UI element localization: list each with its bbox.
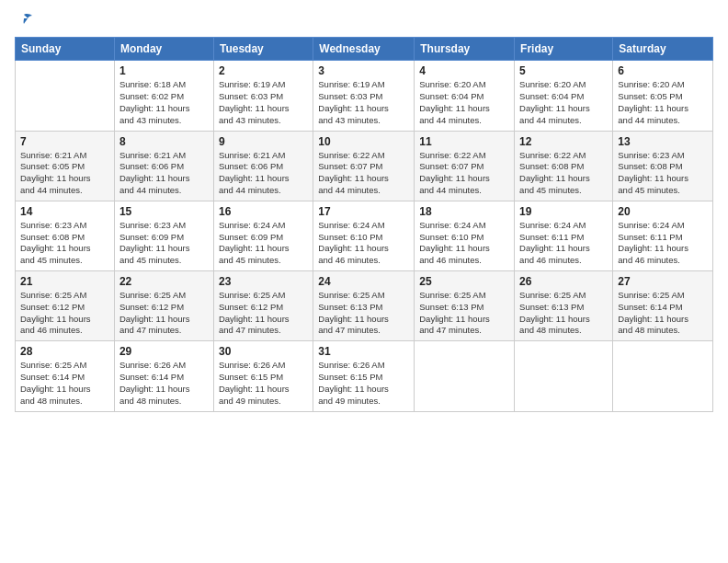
table-row [16,61,115,131]
cell-date: 23 [219,275,308,288]
cell-info: Sunrise: 6:23 AM Sunset: 6:09 PM Dayligh… [119,220,209,267]
cell-date: 15 [119,205,209,218]
cell-info: Sunrise: 6:19 AM Sunset: 6:03 PM Dayligh… [219,79,308,126]
cell-date: 24 [318,275,409,288]
table-row: 28Sunrise: 6:25 AM Sunset: 6:14 PM Dayli… [16,341,115,411]
cell-info: Sunrise: 6:21 AM Sunset: 6:05 PM Dayligh… [20,150,109,197]
weekday-header-wednesday: Wednesday [313,38,415,61]
calendar-week-row: 28Sunrise: 6:25 AM Sunset: 6:14 PM Dayli… [16,341,713,411]
cell-date: 1 [119,64,209,77]
table-row: 1Sunrise: 6:18 AM Sunset: 6:02 PM Daylig… [114,61,213,131]
table-row: 20Sunrise: 6:24 AM Sunset: 6:11 PM Dayli… [613,201,713,270]
table-row: 3Sunrise: 6:19 AM Sunset: 6:03 PM Daylig… [313,61,415,131]
table-row: 7Sunrise: 6:21 AM Sunset: 6:05 PM Daylig… [16,131,115,201]
table-row: 27Sunrise: 6:25 AM Sunset: 6:14 PM Dayli… [613,271,713,341]
cell-info: Sunrise: 6:22 AM Sunset: 6:07 PM Dayligh… [318,150,409,197]
cell-info: Sunrise: 6:19 AM Sunset: 6:03 PM Dayligh… [318,79,409,126]
cell-info: Sunrise: 6:23 AM Sunset: 6:08 PM Dayligh… [20,220,109,267]
table-row: 14Sunrise: 6:23 AM Sunset: 6:08 PM Dayli… [16,201,115,270]
cell-date: 22 [119,275,209,288]
cell-info: Sunrise: 6:25 AM Sunset: 6:13 PM Dayligh… [419,290,509,337]
cell-date: 9 [219,135,308,148]
weekday-header-monday: Monday [114,38,213,61]
cell-info: Sunrise: 6:25 AM Sunset: 6:12 PM Dayligh… [219,290,308,337]
table-row: 31Sunrise: 6:26 AM Sunset: 6:15 PM Dayli… [313,341,415,411]
cell-info: Sunrise: 6:26 AM Sunset: 6:15 PM Dayligh… [318,360,409,407]
table-row: 16Sunrise: 6:24 AM Sunset: 6:09 PM Dayli… [213,201,313,270]
cell-date: 21 [20,275,109,288]
cell-date: 19 [519,205,608,218]
table-row: 2Sunrise: 6:19 AM Sunset: 6:03 PM Daylig… [213,61,313,131]
calendar-week-row: 7Sunrise: 6:21 AM Sunset: 6:05 PM Daylig… [16,131,713,201]
cell-date: 12 [519,135,608,148]
table-row: 11Sunrise: 6:22 AM Sunset: 6:07 PM Dayli… [415,131,515,201]
cell-date: 3 [318,64,409,77]
logo-bird-icon [15,11,33,29]
cell-info: Sunrise: 6:18 AM Sunset: 6:02 PM Dayligh… [119,79,209,126]
cell-info: Sunrise: 6:26 AM Sunset: 6:14 PM Dayligh… [119,360,209,407]
weekday-header-tuesday: Tuesday [213,38,313,61]
cell-date: 5 [519,64,608,77]
table-row: 26Sunrise: 6:25 AM Sunset: 6:13 PM Dayli… [515,271,613,341]
cell-info: Sunrise: 6:26 AM Sunset: 6:15 PM Dayligh… [219,360,308,407]
table-row [613,341,713,411]
calendar-week-row: 1Sunrise: 6:18 AM Sunset: 6:02 PM Daylig… [16,61,713,131]
table-row: 24Sunrise: 6:25 AM Sunset: 6:13 PM Dayli… [313,271,415,341]
cell-info: Sunrise: 6:23 AM Sunset: 6:08 PM Dayligh… [618,150,708,197]
cell-info: Sunrise: 6:25 AM Sunset: 6:14 PM Dayligh… [618,290,708,337]
logo [15,11,33,29]
cell-info: Sunrise: 6:25 AM Sunset: 6:12 PM Dayligh… [119,290,209,337]
weekday-header-thursday: Thursday [415,38,515,61]
cell-date: 10 [318,135,409,148]
weekday-header-friday: Friday [515,38,613,61]
cell-date: 11 [419,135,509,148]
cell-date: 4 [419,64,509,77]
cell-date: 17 [318,205,409,218]
cell-info: Sunrise: 6:24 AM Sunset: 6:10 PM Dayligh… [318,220,409,267]
calendar-week-row: 21Sunrise: 6:25 AM Sunset: 6:12 PM Dayli… [16,271,713,341]
cell-info: Sunrise: 6:24 AM Sunset: 6:10 PM Dayligh… [419,220,509,267]
table-row: 23Sunrise: 6:25 AM Sunset: 6:12 PM Dayli… [213,271,313,341]
cell-info: Sunrise: 6:21 AM Sunset: 6:06 PM Dayligh… [219,150,308,197]
calendar-week-row: 14Sunrise: 6:23 AM Sunset: 6:08 PM Dayli… [16,201,713,270]
table-row: 22Sunrise: 6:25 AM Sunset: 6:12 PM Dayli… [114,271,213,341]
weekday-header-row: SundayMondayTuesdayWednesdayThursdayFrid… [16,38,713,61]
cell-date: 31 [318,345,409,358]
cell-date: 20 [618,205,708,218]
table-row: 4Sunrise: 6:20 AM Sunset: 6:04 PM Daylig… [415,61,515,131]
table-row: 6Sunrise: 6:20 AM Sunset: 6:05 PM Daylig… [613,61,713,131]
cell-info: Sunrise: 6:24 AM Sunset: 6:11 PM Dayligh… [618,220,708,267]
calendar-table: SundayMondayTuesdayWednesdayThursdayFrid… [15,37,713,411]
cell-info: Sunrise: 6:22 AM Sunset: 6:08 PM Dayligh… [519,150,608,197]
cell-date: 14 [20,205,109,218]
cell-date: 8 [119,135,209,148]
table-row: 9Sunrise: 6:21 AM Sunset: 6:06 PM Daylig… [213,131,313,201]
weekday-header-saturday: Saturday [613,38,713,61]
header [15,11,713,29]
cell-date: 16 [219,205,308,218]
table-row: 18Sunrise: 6:24 AM Sunset: 6:10 PM Dayli… [415,201,515,270]
cell-info: Sunrise: 6:22 AM Sunset: 6:07 PM Dayligh… [419,150,509,197]
cell-date: 2 [219,64,308,77]
cell-date: 28 [20,345,109,358]
cell-info: Sunrise: 6:24 AM Sunset: 6:11 PM Dayligh… [519,220,608,267]
cell-info: Sunrise: 6:21 AM Sunset: 6:06 PM Dayligh… [119,150,209,197]
cell-info: Sunrise: 6:25 AM Sunset: 6:12 PM Dayligh… [20,290,109,337]
cell-date: 26 [519,275,608,288]
cell-date: 25 [419,275,509,288]
cell-date: 30 [219,345,308,358]
cell-info: Sunrise: 6:25 AM Sunset: 6:13 PM Dayligh… [519,290,608,337]
cell-info: Sunrise: 6:20 AM Sunset: 6:04 PM Dayligh… [419,79,509,126]
table-row: 5Sunrise: 6:20 AM Sunset: 6:04 PM Daylig… [515,61,613,131]
table-row: 21Sunrise: 6:25 AM Sunset: 6:12 PM Dayli… [16,271,115,341]
cell-date: 18 [419,205,509,218]
table-row: 19Sunrise: 6:24 AM Sunset: 6:11 PM Dayli… [515,201,613,270]
table-row [415,341,515,411]
cell-date: 7 [20,135,109,148]
cell-info: Sunrise: 6:20 AM Sunset: 6:04 PM Dayligh… [519,79,608,126]
table-row: 30Sunrise: 6:26 AM Sunset: 6:15 PM Dayli… [213,341,313,411]
cell-info: Sunrise: 6:24 AM Sunset: 6:09 PM Dayligh… [219,220,308,267]
table-row: 13Sunrise: 6:23 AM Sunset: 6:08 PM Dayli… [613,131,713,201]
cell-info: Sunrise: 6:25 AM Sunset: 6:14 PM Dayligh… [20,360,109,407]
table-row: 15Sunrise: 6:23 AM Sunset: 6:09 PM Dayli… [114,201,213,270]
